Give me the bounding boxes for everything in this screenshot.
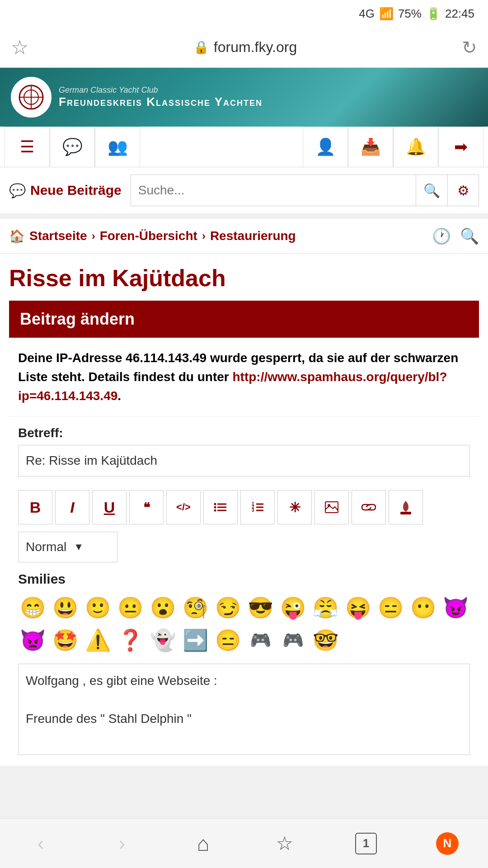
smiley-11[interactable]: 😝: [343, 593, 372, 622]
network-indicator: 4G: [359, 7, 375, 21]
tabs-button[interactable]: 1: [330, 819, 402, 868]
back-icon: ‹: [38, 833, 44, 854]
smiley-8[interactable]: 😎: [246, 593, 275, 622]
hamburger-menu-button[interactable]: ☰: [5, 127, 50, 167]
ip-warning-text: Deine IP-Adresse 46.114.143.49 wurde ges…: [18, 349, 470, 406]
smiley-16[interactable]: 🤩: [51, 626, 80, 655]
inbox-icon: 📥: [361, 137, 381, 156]
home-button[interactable]: ⌂: [167, 819, 239, 868]
inbox-button[interactable]: 📥: [348, 127, 393, 167]
hamburger-icon: ☰: [20, 137, 34, 156]
reload-button[interactable]: ↻: [462, 37, 477, 58]
search-settings-button[interactable]: ⚙: [447, 175, 479, 206]
forward-button[interactable]: ›: [86, 819, 158, 868]
lock-icon: 🔒: [193, 40, 209, 55]
search-input[interactable]: [131, 175, 416, 206]
page-title: Risse im Kajütdach: [9, 264, 479, 301]
back-button[interactable]: ‹: [5, 819, 77, 868]
groups-button[interactable]: 👥: [95, 127, 140, 167]
smiley-3[interactable]: 🙂: [83, 593, 112, 622]
bell-icon: 🔔: [406, 137, 426, 156]
smiley-6[interactable]: 🧐: [181, 593, 210, 622]
smiley-7[interactable]: 😏: [213, 593, 242, 622]
smiley-2[interactable]: 😃: [51, 593, 80, 622]
breadcrumb-foren[interactable]: Foren-Übersicht: [100, 229, 197, 243]
smiley-12[interactable]: 😑: [376, 593, 405, 622]
breadcrumb-home[interactable]: Startseite: [29, 229, 87, 243]
site-main-title: Freundeskreis Klassische Yachten: [59, 95, 263, 109]
site-subtitle: German Classic Yacht Club: [59, 85, 263, 95]
subject-input[interactable]: [18, 445, 470, 476]
search-button[interactable]: 🔍: [416, 175, 447, 206]
url-text: forum.fky.org: [214, 39, 297, 56]
ip-warning-box: Deine IP-Adresse 46.114.143.49 wurde ges…: [9, 338, 479, 417]
font-select-label: Normal: [26, 540, 66, 554]
history-icon[interactable]: 🕐: [432, 227, 451, 245]
color-button[interactable]: [389, 490, 423, 524]
bookmarks-icon: ☆: [276, 832, 293, 854]
bookmarks-button[interactable]: ☆: [249, 819, 321, 868]
smilies-grid: 😁 😃 🙂 😐 😮 🧐 😏 😎 😜 😤 😝 😑 😶 😈 👿 🤩 ⚠️ ❓ 👻 ➡…: [18, 593, 470, 655]
list-ordered-button[interactable]: 123: [240, 490, 275, 524]
smiley-19[interactable]: 👻: [148, 626, 177, 655]
font-select-dropdown[interactable]: Normal ▼: [18, 532, 117, 562]
list-unordered-button[interactable]: [203, 490, 238, 524]
code-button[interactable]: </>: [166, 490, 201, 524]
quote-button[interactable]: ❝: [129, 490, 164, 524]
search-container: 🔍 ⚙: [131, 175, 479, 206]
smiley-10[interactable]: 😤: [311, 593, 340, 622]
smiley-4[interactable]: 😐: [116, 593, 145, 622]
bold-button[interactable]: B: [18, 490, 52, 524]
svg-text:3: 3: [252, 508, 254, 513]
secondary-nav: 💬 Neue Beiträge 🔍 ⚙: [0, 167, 488, 214]
breadcrumb-sep1: ›: [92, 230, 95, 242]
home-icon: 🏠: [9, 229, 25, 244]
chat-button[interactable]: 💬: [50, 127, 95, 167]
breadcrumb-section[interactable]: Restaurierung: [210, 229, 296, 243]
underline-button[interactable]: U: [92, 490, 127, 524]
smiley-20[interactable]: ➡️: [181, 626, 210, 655]
site-title-block: German Classic Yacht Club Freundeskreis …: [59, 85, 263, 109]
home-icon: ⌂: [197, 831, 210, 856]
italic-button[interactable]: I: [55, 490, 89, 524]
smiley-22[interactable]: 🎮: [246, 626, 275, 655]
notification-button[interactable]: N: [411, 819, 483, 868]
bookmark-star-icon[interactable]: ☆: [11, 36, 28, 59]
post-textarea[interactable]: Wolfgang , es gibt eine Webseite : Freun…: [18, 664, 470, 755]
smiley-23[interactable]: 🎮: [278, 626, 307, 655]
status-bar: 4G 📶 75% 🔋 22:45: [0, 0, 488, 27]
smiley-15[interactable]: 👿: [18, 626, 47, 655]
smiley-17[interactable]: ⚠️: [83, 626, 112, 655]
image-button[interactable]: [314, 490, 349, 524]
breadcrumb-sep2: ›: [202, 230, 206, 242]
breadcrumb-items: 🏠 Startseite › Foren-Übersicht › Restaur…: [9, 229, 296, 244]
logout-icon: ➡: [454, 137, 468, 156]
dropdown-arrow-icon: ▼: [74, 541, 84, 553]
link-button[interactable]: [352, 490, 386, 524]
notifications-button[interactable]: 🔔: [393, 127, 438, 167]
smiley-9[interactable]: 😜: [278, 593, 307, 622]
notification-badge: N: [436, 832, 459, 855]
url-bar[interactable]: 🔒 forum.fky.org: [38, 39, 453, 56]
browser-bar: ☆ 🔒 forum.fky.org ↻: [0, 27, 488, 68]
breadcrumb-actions: 🕐 🔍: [432, 227, 479, 245]
svg-point-7: [214, 503, 216, 505]
smiley-21[interactable]: 😑: [213, 626, 242, 655]
groups-icon: 👥: [108, 137, 128, 156]
smilies-label: Smilies: [18, 571, 470, 587]
profile-button[interactable]: 👤: [303, 127, 348, 167]
smiley-18[interactable]: ❓: [116, 626, 145, 655]
neue-beitrage-link[interactable]: 💬 Neue Beiträge: [9, 183, 122, 198]
asterisk-button[interactable]: ✳: [277, 490, 312, 524]
site-logo: [11, 77, 52, 118]
smiley-24[interactable]: 🤓: [311, 626, 340, 655]
breadcrumb-search-icon[interactable]: 🔍: [460, 227, 479, 245]
smiley-13[interactable]: 😶: [408, 593, 437, 622]
nav-bar: ☰ 💬 👥 👤 📥 🔔 ➡: [0, 127, 488, 167]
logout-button[interactable]: ➡: [438, 127, 483, 167]
site-banner: German Classic Yacht Club Freundeskreis …: [0, 68, 488, 127]
smiley-1[interactable]: 😁: [18, 593, 47, 622]
smiley-14[interactable]: 😈: [441, 593, 470, 622]
tab-count-badge: 1: [355, 833, 377, 854]
smiley-5[interactable]: 😮: [148, 593, 177, 622]
